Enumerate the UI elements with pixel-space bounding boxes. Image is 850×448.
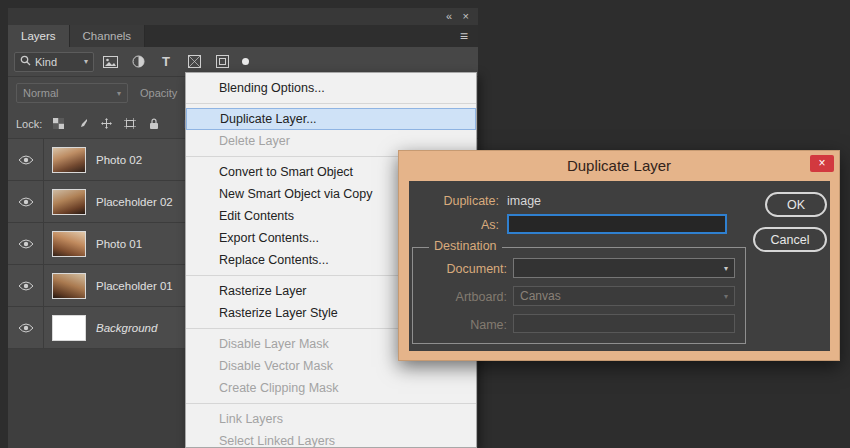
kind-filter-label: Kind xyxy=(35,56,57,68)
name-input xyxy=(513,314,735,333)
menu-item-create-clipping-mask: Create Clipping Mask xyxy=(186,377,476,399)
collapse-panel-icon[interactable]: « xyxy=(446,9,452,24)
document-dropdown[interactable]: ▾ xyxy=(513,258,735,278)
layer-thumbnail[interactable] xyxy=(52,315,86,341)
layer-name: Placeholder 01 xyxy=(96,280,173,292)
eye-icon xyxy=(18,155,34,165)
menu-item-select-linked-layers: Select Linked Layers xyxy=(186,430,476,448)
blend-mode-value: Normal xyxy=(23,87,58,99)
lock-image-brush-icon[interactable] xyxy=(74,118,90,129)
panel-menu-icon[interactable]: ≡ xyxy=(460,28,468,44)
blend-mode-dropdown[interactable]: Normal ▾ xyxy=(16,83,128,103)
panel-topbar: « × xyxy=(8,8,478,25)
tab-layers[interactable]: Layers xyxy=(8,25,70,47)
duplicate-layer-dialog: Duplicate Layer × Duplicate: image As: O… xyxy=(398,150,840,361)
document-label: Document: xyxy=(413,262,507,276)
filter-type-layers-button[interactable]: T xyxy=(154,52,178,72)
eye-icon xyxy=(18,197,34,207)
eye-icon xyxy=(18,281,34,291)
panel-tabbar: Layers Channels ≡ xyxy=(8,25,478,47)
photoshop-workspace: « × Layers Channels ≡ Kind ▾ xyxy=(0,0,850,448)
lock-label: Lock: xyxy=(16,118,42,130)
cancel-button[interactable]: Cancel xyxy=(753,227,827,252)
lock-all-icon[interactable] xyxy=(146,118,162,130)
dialog-body: Duplicate: image As: OK Cancel Destinati… xyxy=(409,181,830,351)
ok-button[interactable]: OK xyxy=(765,192,827,217)
visibility-toggle[interactable] xyxy=(8,181,44,222)
chevron-down-icon: ▾ xyxy=(724,264,728,273)
lock-transparency-icon[interactable] xyxy=(50,118,66,129)
eye-icon xyxy=(18,239,34,249)
kind-filter-dropdown[interactable]: Kind ▾ xyxy=(14,52,94,72)
artboard-value: Canvas xyxy=(520,289,561,303)
layer-name: Background xyxy=(96,322,157,334)
close-panel-icon[interactable]: × xyxy=(463,9,469,24)
menu-item-delete-layer: Delete Layer xyxy=(186,130,476,152)
dialog-title: Duplicate Layer xyxy=(399,151,839,181)
destination-legend: Destination xyxy=(429,239,502,253)
menu-item-duplicate-layer[interactable]: Duplicate Layer... xyxy=(186,108,476,130)
visibility-toggle[interactable] xyxy=(8,265,44,306)
search-icon xyxy=(20,55,31,68)
type-icon: T xyxy=(162,54,170,69)
close-icon: × xyxy=(818,156,825,170)
filter-toggle-dot[interactable] xyxy=(242,58,249,65)
filter-pixel-layers-button[interactable] xyxy=(98,52,122,72)
visibility-toggle[interactable] xyxy=(8,307,44,348)
visibility-toggle[interactable] xyxy=(8,223,44,264)
tab-channels[interactable]: Channels xyxy=(70,25,146,47)
menu-separator xyxy=(186,103,476,104)
artboard-dropdown: Canvas ▾ xyxy=(513,286,735,306)
duplicate-source-value: image xyxy=(507,194,541,208)
visibility-toggle[interactable] xyxy=(8,139,44,180)
filter-adjustment-layers-button[interactable] xyxy=(126,52,150,72)
menu-separator xyxy=(186,403,476,404)
name-label: Name: xyxy=(413,318,507,332)
menu-item-link-layers: Link Layers xyxy=(186,408,476,430)
chevron-down-icon: ▾ xyxy=(724,292,728,301)
filter-smart-object-button[interactable] xyxy=(210,52,234,72)
artboard-label: Artboard: xyxy=(413,290,507,304)
layer-thumbnail[interactable] xyxy=(52,189,86,215)
eye-icon xyxy=(18,323,34,333)
layer-name: Placeholder 02 xyxy=(96,196,173,208)
destination-group: Destination Document: ▾ Artboard: Canvas… xyxy=(412,247,746,344)
duplicate-label: Duplicate: xyxy=(409,194,499,208)
layer-thumbnail[interactable] xyxy=(52,147,86,173)
layer-thumbnail[interactable] xyxy=(52,273,86,299)
as-input[interactable] xyxy=(507,214,727,234)
chevron-down-icon: ▾ xyxy=(117,89,121,98)
layer-name: Photo 02 xyxy=(96,154,142,166)
lock-artboard-icon[interactable] xyxy=(122,118,138,129)
as-label: As: xyxy=(409,218,499,232)
layer-name: Photo 01 xyxy=(96,238,142,250)
lock-position-move-icon[interactable] xyxy=(98,118,114,129)
dialog-close-button[interactable]: × xyxy=(810,155,834,172)
filter-shape-layers-button[interactable] xyxy=(182,52,206,72)
chevron-down-icon: ▾ xyxy=(84,57,88,66)
menu-item-blending-options[interactable]: Blending Options... xyxy=(186,77,476,99)
opacity-label: Opacity xyxy=(140,87,177,99)
layer-thumbnail[interactable] xyxy=(52,231,86,257)
